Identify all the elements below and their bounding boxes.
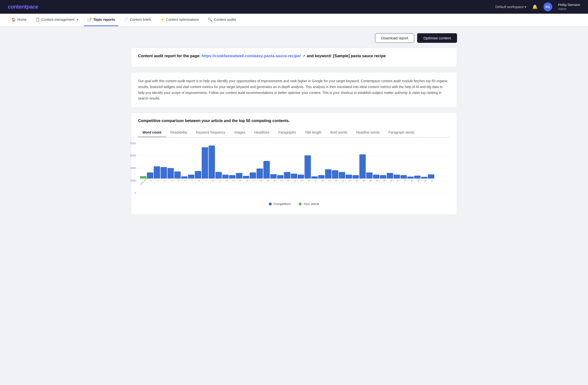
sidebar-item-content-optimizations[interactable]: ⚡ Content optimizations	[157, 14, 203, 26]
bar-group: 7	[188, 175, 194, 188]
tab-headline-words[interactable]: Headline words	[352, 128, 384, 137]
bar-10	[209, 146, 215, 179]
topic-reports-icon: 📝	[87, 17, 92, 22]
download-report-button[interactable]: Download report	[375, 33, 414, 43]
sidebar-item-topic-reports[interactable]: 📝 Topic reports	[84, 14, 118, 26]
tab-paragraph-words[interactable]: Paragraph words	[384, 128, 419, 137]
bar-19	[263, 161, 270, 179]
bar-group: 41	[394, 175, 400, 188]
subnav: 🏠 Home 📋 Content management ▾ 📝 Topic re…	[0, 14, 588, 26]
bar-27	[311, 176, 318, 179]
bar-group: 20	[270, 174, 277, 188]
bar-32	[346, 175, 352, 179]
audit-url-link[interactable]: https://cookfasteatwell.com/easy-pasta-s…	[202, 54, 307, 58]
bar-chart: Your Article1234567891011121415161718192…	[138, 144, 450, 198]
bar-45	[414, 176, 420, 179]
svg-text:8000: 8000	[130, 142, 136, 145]
bar-group: 9	[202, 147, 208, 188]
tab-title-length[interactable]: Title length	[300, 128, 326, 137]
bar-6	[181, 176, 188, 179]
bar-group: 45	[414, 176, 420, 188]
bar-group: 22	[277, 175, 283, 188]
bar-23	[284, 172, 290, 179]
bar-36	[366, 173, 373, 179]
bar-18	[256, 169, 263, 179]
bar-group: 42	[400, 175, 407, 188]
your-article-dot	[299, 203, 302, 206]
bar-group: 47	[428, 174, 434, 188]
tab-keyword-frequency[interactable]: Keyword frequency	[192, 128, 230, 137]
bar-14	[229, 175, 235, 179]
bar-24	[291, 174, 297, 179]
tab-headlines[interactable]: Headlines	[250, 128, 274, 137]
bar-39	[380, 175, 386, 179]
bar-7	[188, 175, 194, 179]
bar-46	[421, 177, 427, 179]
audit-body-text: Our goal with this content audit report …	[138, 78, 450, 101]
bar-group: Your Article	[140, 176, 147, 188]
user-name: Phillip Stemann	[558, 3, 580, 7]
comparison-title: Competitive comparison between your arti…	[138, 119, 450, 123]
bar-group: 38	[373, 175, 379, 188]
external-link-icon: ↗	[302, 54, 305, 58]
content-audits-icon: 🔍	[208, 17, 212, 22]
bar-2	[154, 166, 160, 179]
tab-word-count[interactable]: Word count	[138, 128, 166, 137]
topbar-right: Default workspace 🔔 PS Phillip Stemann A…	[495, 2, 580, 11]
audit-body-card: Our goal with this content audit report …	[131, 72, 457, 108]
sidebar-item-content-audits[interactable]: 🔍 Content audits	[204, 14, 239, 26]
bar-26	[305, 155, 311, 179]
home-icon: 🏠	[11, 17, 16, 22]
actions-row: Download report Optimise content	[131, 33, 457, 43]
brand-logo: contentpace	[8, 4, 38, 10]
avatar: PS	[544, 2, 552, 11]
svg-text:2000: 2000	[130, 179, 136, 182]
bar-group: 33	[353, 175, 359, 188]
bar-47	[428, 174, 434, 179]
bar-8	[195, 171, 201, 179]
bar-15	[236, 173, 242, 179]
bar-17	[250, 173, 256, 179]
bar-3	[161, 167, 167, 179]
tab-paragraphs[interactable]: Paragraphs	[274, 128, 300, 137]
page-content: Download report Optimise content Content…	[125, 26, 463, 227]
sidebar-item-content-briefs[interactable]: 📄 Content briefs	[120, 14, 154, 26]
optimise-content-button[interactable]: Optimise content	[417, 33, 457, 43]
bar-29	[325, 169, 332, 179]
competitor-dot	[269, 203, 272, 206]
bar-30	[332, 170, 338, 179]
bar-40	[387, 173, 393, 179]
user-info: Phillip Stemann Admin	[558, 3, 580, 11]
bar-44	[407, 177, 414, 179]
notifications-icon[interactable]: 🔔	[532, 4, 538, 10]
workspace-selector[interactable]: Default workspace	[495, 5, 526, 9]
tab-readability[interactable]: Readability	[166, 128, 192, 137]
bar-25	[298, 175, 304, 179]
bar-42	[400, 175, 407, 179]
legend-your-article: Your article	[299, 202, 319, 206]
user-role: Admin	[558, 7, 580, 11]
sidebar-item-home[interactable]: 🏠 Home	[8, 14, 30, 26]
chevron-down-icon: ▾	[77, 18, 78, 21]
bar-28	[318, 175, 325, 179]
bar-group: 32	[346, 175, 352, 188]
bar-22	[277, 175, 283, 179]
bar-9	[202, 147, 208, 179]
tab-images[interactable]: Images	[230, 128, 250, 137]
bar-12	[222, 175, 229, 179]
x-label: 47	[430, 179, 438, 187]
bar-20	[270, 174, 277, 179]
comparison-tabs: Word count Readability Keyword frequency…	[138, 128, 450, 137]
bar-41	[394, 175, 400, 179]
bar-5	[174, 172, 181, 179]
bar-group: 14	[229, 175, 235, 188]
bar-group: 6	[181, 176, 188, 188]
bar-31	[339, 172, 345, 179]
bar-16	[243, 176, 249, 179]
bar-38	[373, 175, 379, 179]
topbar: contentpace Default workspace 🔔 PS Phill…	[0, 0, 588, 14]
sidebar-item-content-management[interactable]: 📋 Content management ▾	[32, 14, 82, 26]
tab-bold-words[interactable]: Bold words	[326, 128, 352, 137]
content-optimizations-icon: ⚡	[160, 17, 165, 22]
bar-33	[353, 175, 359, 179]
